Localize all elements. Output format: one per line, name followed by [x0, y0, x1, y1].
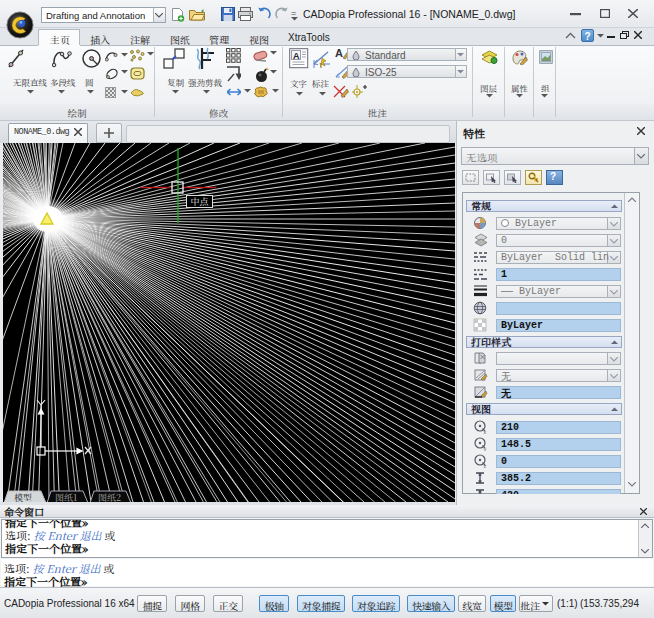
svg-text:x: x [484, 429, 487, 435]
svg-text:y: y [484, 446, 487, 452]
svg-text:图纸2: 图纸2 [98, 491, 121, 503]
svg-text:图纸1: 图纸1 [55, 491, 77, 503]
svg-text:A: A [293, 51, 300, 61]
svg-text:z: z [484, 463, 487, 469]
svg-text:模型: 模型 [14, 491, 32, 503]
svg-text:A: A [335, 47, 343, 59]
